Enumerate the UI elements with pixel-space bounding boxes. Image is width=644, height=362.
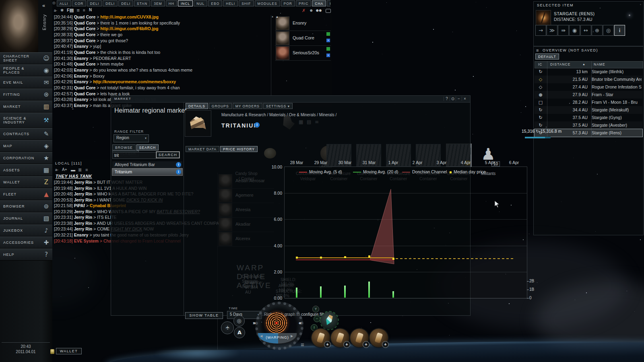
character-portrait[interactable] bbox=[0, 0, 38, 52]
member-row[interactable]: Quad Core+ bbox=[275, 31, 331, 46]
sidebar-item-help[interactable]: HELP? bbox=[0, 249, 52, 261]
result-info-icon[interactable]: i bbox=[176, 162, 181, 167]
stack-view-icon[interactable]: ≣ bbox=[76, 8, 80, 12]
chat-tab-nul[interactable]: NUL bbox=[194, 0, 207, 6]
chat-tab-deli[interactable]: DELI bbox=[118, 0, 133, 6]
sidebar-item-market[interactable]: MARKET▥ bbox=[0, 101, 52, 113]
price-history-chart[interactable]: 10.008.006.004.002.000.0028 Mar29 Mar30 … bbox=[284, 167, 527, 298]
breadcrumb[interactable]: Manufacture & Research / Materials / Ore… bbox=[221, 113, 336, 117]
member-group-icon[interactable]: ☻☻ bbox=[315, 8, 321, 12]
chat-tab-cha[interactable]: CHA bbox=[312, 0, 326, 6]
member-sort-icon[interactable]: ▲ bbox=[276, 15, 279, 18]
compact-view-icon[interactable]: ≡ bbox=[85, 167, 88, 172]
search-button[interactable]: SEARCH bbox=[156, 152, 180, 158]
show-info-button[interactable]: i bbox=[614, 25, 625, 36]
tab-details[interactable]: DETAILS bbox=[186, 103, 208, 109]
notify-icon[interactable]: N bbox=[89, 8, 92, 12]
channel-list-icon[interactable]: ◎ bbox=[52, 1, 56, 6]
result-info-icon[interactable]: i bbox=[176, 169, 181, 175]
sidebar-item-eve-mail[interactable]: EVE MAIL✉ bbox=[0, 76, 52, 88]
overload-plus-badge[interactable]: + bbox=[324, 341, 331, 348]
market-titlebar[interactable]: MARKET ?⊙−× bbox=[111, 96, 470, 103]
overview-row[interactable]: ↻37.5 AUStargate (Avesber) bbox=[535, 121, 642, 129]
chat-tab-incl[interactable]: INCL bbox=[178, 0, 193, 6]
wallet-alert-label[interactable]: WALLET bbox=[56, 348, 82, 354]
sidebar-item-science-industry[interactable]: SCIENCE & INDUSTRY⚒ bbox=[0, 113, 52, 128]
chat-tab-3em[interactable]: 3EM bbox=[151, 0, 165, 6]
jump-button[interactable]: ⇛ bbox=[558, 25, 569, 36]
afterburner-module-button[interactable] bbox=[320, 312, 338, 329]
font-smaller-button[interactable]: a- bbox=[55, 168, 58, 172]
scroll-up-icon[interactable]: ▲ bbox=[271, 15, 274, 18]
member-icon[interactable]: ☻ bbox=[309, 8, 314, 12]
chat-tab-help[interactable]: HELP bbox=[327, 0, 330, 6]
item-info-icon[interactable]: i bbox=[254, 122, 260, 128]
search-result-item[interactable]: Tritaniumi bbox=[112, 169, 182, 175]
solid-view-icon[interactable]: ▬ bbox=[71, 167, 75, 172]
sidebar-item-fleet[interactable]: FLEET▲ bbox=[0, 188, 52, 200]
close-button[interactable]: × bbox=[462, 97, 468, 101]
sidebar-item-assets[interactable]: ASSETS▦ bbox=[0, 164, 52, 176]
help-button[interactable]: ? bbox=[444, 97, 450, 101]
overview-tab-default[interactable]: DEFAULT bbox=[535, 53, 559, 60]
sidebar-item-jukebox[interactable]: JUKEBOX♪ bbox=[0, 224, 52, 237]
cargo-module-button-1[interactable]: + bbox=[312, 329, 330, 347]
cargo-module-button-2[interactable]: + bbox=[331, 329, 349, 347]
max-speed-icon[interactable]: ▶ bbox=[291, 334, 293, 338]
prev-modules-arrow[interactable]: » bbox=[253, 320, 256, 326]
chat-bubble-icon[interactable] bbox=[326, 9, 331, 13]
chat-tab-alli[interactable]: ALLI bbox=[57, 0, 71, 6]
local-motd-link[interactable]: THEY HAS TANK bbox=[56, 174, 92, 179]
search-input[interactable] bbox=[112, 152, 157, 159]
tab-groups[interactable]: GROUPS bbox=[209, 103, 232, 109]
local-chat-title[interactable]: LOCAL [111] bbox=[55, 161, 82, 165]
pin-window-icon[interactable]: ◦ bbox=[640, 2, 641, 6]
sidebar-item-map[interactable]: MAP◈ bbox=[0, 140, 52, 152]
sidebar-item-contracts[interactable]: CONTRACTS✎ bbox=[0, 128, 52, 140]
cargo-module-button-4[interactable]: + bbox=[369, 329, 388, 347]
font-larger-button[interactable]: A+ bbox=[62, 167, 67, 172]
sort-ascending-icon[interactable]: ▲ bbox=[582, 63, 585, 66]
search-result-item[interactable]: Alloyed Tritanium Bari bbox=[112, 161, 182, 168]
collapse-neocom-button[interactable]: « bbox=[42, 2, 45, 8]
overview-row[interactable]: ↻37.5 AUStargate (Gyng) bbox=[535, 114, 642, 121]
selected-item-title[interactable]: SELECTED ITEM bbox=[537, 3, 574, 7]
keep-at-range-button[interactable]: ↔ bbox=[580, 25, 591, 36]
chat-tab-hh[interactable]: HH bbox=[166, 0, 177, 6]
overview-menu-icon[interactable]: ≡ bbox=[536, 48, 539, 53]
col-name[interactable]: NAME bbox=[594, 62, 605, 66]
selected-item-thumbnail[interactable] bbox=[536, 10, 551, 25]
chat-tab-cor[interactable]: COR bbox=[72, 0, 87, 6]
show-table-button[interactable]: SHOW TABLE bbox=[185, 312, 223, 319]
tab-market-data[interactable]: MARKET DATA bbox=[186, 146, 219, 152]
overview-row[interactable]: □28.2 AUFrarn VI - Moon 18 - Bru bbox=[535, 99, 642, 106]
tab-settings[interactable]: SETTINGS ▾ bbox=[263, 103, 293, 109]
member-row[interactable]: Ensnry bbox=[275, 16, 331, 31]
overview-row[interactable]: ●27.9 AUFrarn - Star bbox=[535, 91, 642, 99]
chat-tab-deli[interactable]: DELI bbox=[103, 0, 118, 6]
capacitor-display[interactable] bbox=[266, 313, 287, 333]
block-member-icon[interactable]: ✗ bbox=[302, 8, 305, 13]
cargo-module-button-3[interactable]: + bbox=[350, 329, 369, 347]
clock-time[interactable]: 20:43 bbox=[0, 344, 52, 349]
chat-tab-por[interactable]: POR bbox=[281, 0, 295, 6]
detail-view-icon[interactable]: ≣ bbox=[78, 167, 82, 173]
safety-toggle[interactable]: Y bbox=[312, 306, 319, 313]
font-icon[interactable]: F▤ bbox=[67, 8, 74, 13]
tab-search[interactable]: SEARCH bbox=[136, 144, 159, 150]
hud-menu-icon[interactable]: ≡ bbox=[301, 341, 304, 348]
lock-target-button[interactable]: ⊕ bbox=[592, 25, 603, 36]
overload-plus-badge[interactable]: + bbox=[343, 341, 350, 348]
approach-button[interactable]: → bbox=[535, 25, 546, 36]
chat-tab-deli[interactable]: DELI bbox=[87, 0, 102, 6]
warp-to-button[interactable]: ≫ bbox=[547, 25, 557, 36]
minimize-button[interactable]: − bbox=[456, 97, 462, 101]
chat-scrollbar[interactable]: ▲ bbox=[271, 15, 274, 105]
overview-row[interactable]: ◇27.4 AURogue Drone Infestation Sp bbox=[535, 83, 642, 91]
overview-row[interactable]: ↻34.4 AUStargate (Meirakulf) bbox=[535, 106, 642, 114]
col-icon[interactable]: IC bbox=[538, 62, 543, 66]
overview-title[interactable]: OVERVIEW (NOT SAVED) bbox=[543, 48, 598, 52]
sidebar-item-character-sheet[interactable]: CHARACTER SHEET☺ bbox=[0, 52, 52, 64]
range-filter-select[interactable]: Region▾ bbox=[114, 134, 149, 142]
compact-button[interactable]: ⊙ bbox=[450, 97, 456, 101]
